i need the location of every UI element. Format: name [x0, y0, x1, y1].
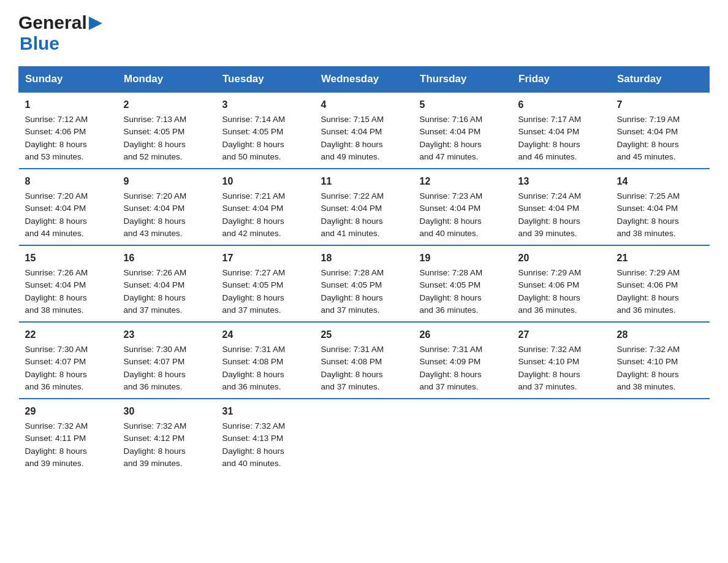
calendar-cell: 7 Sunrise: 7:19 AM Sunset: 4:04 PM Dayli… — [611, 92, 710, 169]
calendar-cell: 18 Sunrise: 7:28 AM Sunset: 4:05 PM Dayl… — [315, 245, 414, 322]
daylight-minutes: and 37 minutes. — [321, 382, 380, 391]
daylight-minutes: and 36 minutes. — [124, 382, 183, 391]
sunset-label: Sunset: 4:04 PM — [124, 280, 185, 289]
daylight-label: Daylight: 8 hours — [222, 446, 284, 456]
calendar-week-row: 29 Sunrise: 7:32 AM Sunset: 4:11 PM Dayl… — [19, 399, 710, 475]
day-number: 29 — [25, 404, 112, 419]
weekday-header-row: SundayMondayTuesdayWednesdayThursdayFrid… — [19, 67, 710, 93]
day-number: 24 — [222, 327, 309, 342]
sunrise-label: Sunrise: 7:13 AM — [124, 115, 187, 124]
calendar-table: SundayMondayTuesdayWednesdayThursdayFrid… — [18, 66, 710, 475]
sunset-label: Sunset: 4:11 PM — [25, 434, 86, 443]
sunset-label: Sunset: 4:04 PM — [25, 204, 86, 213]
daylight-minutes: and 42 minutes. — [222, 229, 281, 238]
day-number: 7 — [617, 98, 703, 112]
sunrise-label: Sunrise: 7:12 AM — [25, 115, 88, 124]
calendar-cell: 4 Sunrise: 7:15 AM Sunset: 4:04 PM Dayli… — [315, 92, 414, 169]
calendar-cell: 6 Sunrise: 7:17 AM Sunset: 4:04 PM Dayli… — [512, 92, 611, 169]
sunrise-label: Sunrise: 7:31 AM — [321, 345, 384, 354]
daylight-minutes: and 39 minutes. — [25, 459, 84, 468]
sunrise-label: Sunrise: 7:29 AM — [617, 268, 680, 277]
sunrise-label: Sunrise: 7:19 AM — [617, 115, 680, 124]
daylight-minutes: and 36 minutes. — [222, 382, 281, 391]
day-number: 30 — [124, 404, 210, 419]
calendar-cell: 29 Sunrise: 7:32 AM Sunset: 4:11 PM Dayl… — [19, 399, 118, 475]
sunset-label: Sunset: 4:05 PM — [222, 280, 284, 289]
daylight-label: Daylight: 8 hours — [124, 370, 186, 379]
daylight-minutes: and 37 minutes. — [222, 305, 281, 315]
calendar-week-row: 8 Sunrise: 7:20 AM Sunset: 4:04 PM Dayli… — [19, 169, 710, 245]
daylight-minutes: and 40 minutes. — [222, 459, 281, 468]
daylight-label: Daylight: 8 hours — [617, 140, 679, 149]
day-number: 2 — [124, 98, 210, 112]
daylight-label: Daylight: 8 hours — [124, 446, 186, 456]
weekday-header-saturday: Saturday — [611, 67, 710, 93]
logo-general-text: General — [18, 12, 87, 33]
calendar-cell: 16 Sunrise: 7:26 AM Sunset: 4:04 PM Dayl… — [118, 245, 216, 322]
daylight-minutes: and 36 minutes. — [518, 305, 577, 315]
svg-marker-0 — [89, 17, 102, 30]
day-number: 15 — [25, 251, 112, 266]
day-number: 10 — [222, 174, 309, 189]
daylight-label: Daylight: 8 hours — [25, 216, 87, 226]
daylight-minutes: and 44 minutes. — [25, 229, 84, 238]
calendar-cell: 23 Sunrise: 7:30 AM Sunset: 4:07 PM Dayl… — [118, 322, 216, 399]
day-number: 20 — [518, 251, 605, 266]
sunset-label: Sunset: 4:05 PM — [222, 127, 284, 136]
daylight-label: Daylight: 8 hours — [617, 293, 679, 302]
calendar-cell: 2 Sunrise: 7:13 AM Sunset: 4:05 PM Dayli… — [118, 92, 216, 169]
calendar-cell — [315, 399, 414, 475]
calendar-cell: 24 Sunrise: 7:31 AM Sunset: 4:08 PM Dayl… — [216, 322, 315, 399]
sunset-label: Sunset: 4:06 PM — [617, 280, 678, 289]
daylight-label: Daylight: 8 hours — [25, 446, 87, 456]
calendar-cell: 10 Sunrise: 7:21 AM Sunset: 4:04 PM Dayl… — [216, 169, 315, 245]
sunset-label: Sunset: 4:08 PM — [321, 357, 382, 366]
daylight-minutes: and 37 minutes. — [321, 305, 380, 315]
day-number: 8 — [25, 174, 112, 189]
logo-arrow — [89, 17, 102, 33]
day-number: 6 — [518, 98, 605, 112]
day-number: 14 — [617, 174, 703, 189]
daylight-minutes: and 37 minutes. — [518, 382, 577, 391]
sunset-label: Sunset: 4:04 PM — [420, 204, 481, 213]
sunrise-label: Sunrise: 7:29 AM — [518, 268, 582, 277]
sunset-label: Sunset: 4:08 PM — [222, 357, 284, 366]
sunset-label: Sunset: 4:10 PM — [518, 357, 580, 366]
sunrise-label: Sunrise: 7:21 AM — [222, 191, 286, 201]
day-number: 3 — [222, 98, 309, 112]
sunset-label: Sunset: 4:04 PM — [518, 204, 580, 213]
daylight-minutes: and 53 minutes. — [25, 152, 84, 161]
daylight-minutes: and 41 minutes. — [321, 229, 380, 238]
calendar-cell: 19 Sunrise: 7:28 AM Sunset: 4:05 PM Dayl… — [414, 245, 512, 322]
sunrise-label: Sunrise: 7:25 AM — [617, 191, 680, 201]
calendar-cell: 17 Sunrise: 7:27 AM Sunset: 4:05 PM Dayl… — [216, 245, 315, 322]
calendar-cell: 26 Sunrise: 7:31 AM Sunset: 4:09 PM Dayl… — [414, 322, 512, 399]
daylight-minutes: and 37 minutes. — [420, 382, 479, 391]
sunset-label: Sunset: 4:09 PM — [420, 357, 481, 366]
sunset-label: Sunset: 4:05 PM — [321, 280, 382, 289]
calendar-cell: 31 Sunrise: 7:32 AM Sunset: 4:13 PM Dayl… — [216, 399, 315, 475]
calendar-week-row: 15 Sunrise: 7:26 AM Sunset: 4:04 PM Dayl… — [19, 245, 710, 322]
calendar-cell: 8 Sunrise: 7:20 AM Sunset: 4:04 PM Dayli… — [19, 169, 118, 245]
daylight-minutes: and 36 minutes. — [420, 305, 479, 315]
daylight-label: Daylight: 8 hours — [420, 140, 482, 149]
sunrise-label: Sunrise: 7:28 AM — [321, 268, 384, 277]
calendar-cell — [611, 399, 710, 475]
daylight-minutes: and 47 minutes. — [420, 152, 479, 161]
sunset-label: Sunset: 4:05 PM — [420, 280, 481, 289]
sunrise-label: Sunrise: 7:26 AM — [25, 268, 88, 277]
calendar-cell: 22 Sunrise: 7:30 AM Sunset: 4:07 PM Dayl… — [19, 322, 118, 399]
sunrise-label: Sunrise: 7:31 AM — [222, 345, 286, 354]
daylight-label: Daylight: 8 hours — [420, 293, 482, 302]
sunrise-label: Sunrise: 7:32 AM — [124, 421, 187, 431]
daylight-label: Daylight: 8 hours — [124, 216, 186, 226]
sunset-label: Sunset: 4:13 PM — [222, 434, 284, 443]
day-number: 25 — [321, 327, 408, 342]
day-number: 16 — [124, 251, 210, 266]
sunrise-label: Sunrise: 7:22 AM — [321, 191, 384, 201]
daylight-minutes: and 36 minutes. — [617, 305, 676, 315]
daylight-label: Daylight: 8 hours — [25, 293, 87, 302]
sunrise-label: Sunrise: 7:23 AM — [420, 191, 483, 201]
day-number: 27 — [518, 327, 605, 342]
day-number: 9 — [124, 174, 210, 189]
